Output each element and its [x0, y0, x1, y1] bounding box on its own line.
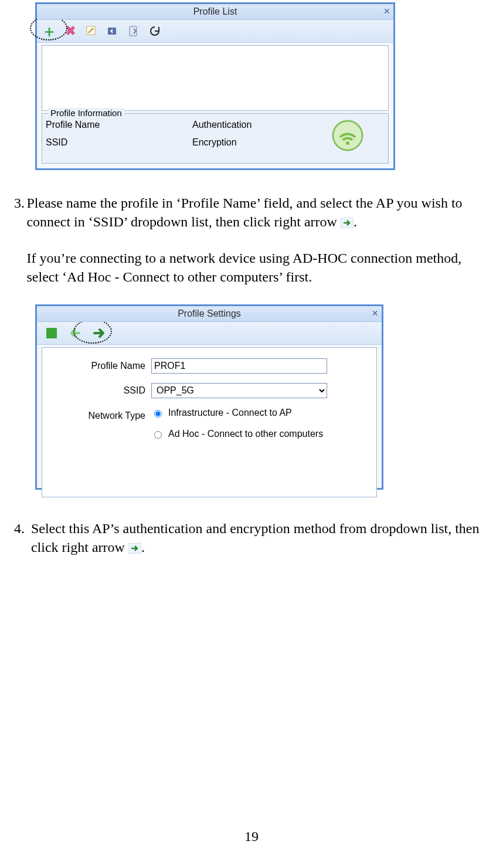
toolbar: ＋ ✖ [37, 20, 393, 43]
fieldset-legend: Profile Information [48, 108, 124, 118]
edit-icon[interactable] [85, 25, 98, 38]
step4-para: Select this AP’s authentication and encr… [31, 521, 480, 555]
step-3-text: 3. Please name the profile in ‘Profile N… [14, 194, 485, 287]
wifi-icon [332, 120, 363, 151]
import-icon[interactable] [106, 25, 119, 38]
label-ssid: SSID [52, 385, 151, 396]
label-profile-name: Profile Name [52, 361, 151, 371]
label-ssid: SSID [46, 137, 192, 151]
step-number: 4. [14, 519, 31, 559]
svg-point-4 [346, 141, 349, 145]
label-profile-name: Profile Name [46, 120, 192, 134]
refresh-icon[interactable] [148, 25, 161, 38]
radio-infrastructure[interactable] [154, 410, 162, 418]
step-4-text: 4. Select this AP’s authentication and e… [14, 519, 485, 559]
radio-adhoc-label: Ad Hoc - Connect to other computers [168, 429, 323, 439]
back-arrow-icon[interactable] [69, 327, 81, 340]
ssid-select[interactable]: OPP_5G [151, 383, 327, 398]
add-icon[interactable]: ＋ [43, 25, 56, 38]
export-icon[interactable] [127, 25, 140, 38]
close-icon[interactable]: × [383, 5, 390, 18]
window-title: Profile Settings [178, 308, 241, 319]
label-encryption: Encryption [192, 137, 327, 151]
page-number: 19 [0, 829, 503, 845]
next-arrow-icon[interactable] [92, 327, 105, 340]
profile-list-area[interactable] [42, 45, 389, 111]
window-title: Profile List [193, 6, 237, 17]
close-icon[interactable]: × [372, 307, 378, 320]
profile-info-panel: Profile Information Profile Name Authent… [42, 113, 389, 164]
step3-para2: If you’re connecting to a network device… [26, 250, 461, 284]
label-network-type: Network Type [52, 411, 151, 421]
step4-para-end: . [141, 540, 145, 555]
toolbar [37, 322, 382, 345]
profile-settings-window: Profile Settings × Profile Name SSID OPP… [35, 304, 383, 490]
titlebar: Profile Settings × [37, 306, 382, 322]
step3-para1: Please name the profile in ‘Profile Name… [26, 195, 462, 229]
profile-list-window: Profile List × ＋ ✖ Profile Information P… [35, 2, 395, 170]
stop-icon[interactable] [45, 327, 58, 340]
radio-adhoc[interactable] [154, 431, 162, 439]
radio-infra-label: Infrastructure - Connect to AP [168, 408, 292, 418]
step3-para1-end: . [354, 214, 357, 229]
label-authentication: Authentication [192, 120, 327, 134]
step-number: 3. [14, 194, 26, 287]
svg-point-3 [333, 121, 362, 150]
right-arrow-icon [128, 540, 141, 558]
delete-icon[interactable]: ✖ [64, 25, 77, 38]
profile-name-input[interactable] [151, 358, 327, 374]
titlebar: Profile List × [37, 4, 393, 20]
form-area: Profile Name SSID OPP_5G Network Type In… [42, 347, 377, 497]
right-arrow-icon [341, 214, 354, 233]
